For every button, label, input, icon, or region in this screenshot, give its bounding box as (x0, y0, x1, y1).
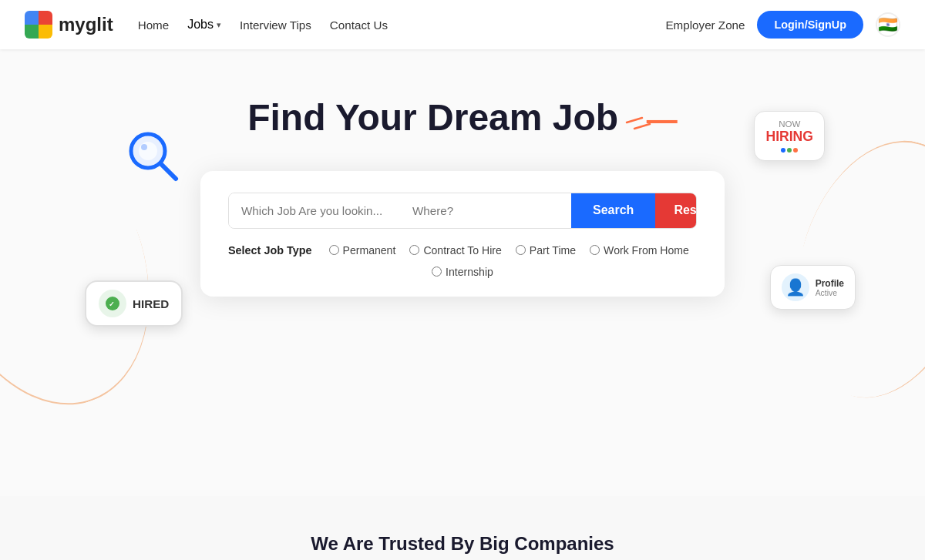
nav-links: Home Jobs ▾ Interview Tips Contact Us (138, 18, 388, 32)
nav-contact-us[interactable]: Contact Us (330, 18, 388, 32)
radio-internship[interactable]: Internship (432, 266, 493, 278)
navbar-left: myglit Home Jobs ▾ Interview Tips Contac… (25, 11, 388, 39)
logo[interactable]: myglit (25, 11, 113, 39)
jobs-caret: ▾ (217, 20, 221, 30)
search-card: Search Reset Select Job Type Permanent C… (200, 171, 725, 297)
job-type-label: Select Job Type (228, 244, 312, 257)
flag-icon[interactable]: 🇮🇳 (876, 12, 900, 37)
svg-point-3 (141, 144, 147, 150)
job-type-second-row: Internship (228, 266, 697, 278)
svg-point-4 (106, 297, 119, 310)
svg-line-7 (634, 124, 650, 129)
job-search-input[interactable] (229, 193, 400, 228)
logo-text: myglit (59, 14, 113, 35)
logo-icon (25, 11, 52, 39)
svg-text:✓: ✓ (109, 300, 115, 308)
radio-wfh[interactable]: Work From Home (590, 244, 689, 257)
job-type-row: Select Job Type Permanent Contract To Hi… (228, 244, 697, 278)
login-signup-button[interactable]: Login/SignUp (757, 11, 863, 39)
nav-home[interactable]: Home (138, 18, 170, 32)
radio-contract[interactable]: Contract To Hire (409, 244, 501, 257)
reset-button[interactable]: Reset (655, 193, 697, 228)
navbar: myglit Home Jobs ▾ Interview Tips Contac… (0, 0, 925, 49)
location-input[interactable] (400, 193, 571, 228)
radio-permanent[interactable]: Permanent (329, 244, 396, 257)
employer-zone-link[interactable]: Employer Zone (665, 18, 745, 32)
search-button[interactable]: Search (571, 193, 655, 228)
float-person-card: 👤 Profile Active (770, 265, 856, 310)
hero-title-area: Find Your Dream Job — (247, 96, 678, 140)
float-search-icon (123, 126, 185, 191)
hero-title: Find Your Dream Job — (247, 96, 678, 140)
nav-jobs[interactable]: Jobs ▾ (187, 18, 221, 32)
svg-point-0 (131, 134, 165, 168)
svg-point-2 (139, 142, 157, 160)
hero-section: ✓ HIRED NOW HIRING 👤 Profile Active (0, 49, 925, 496)
trusted-section: We Are Trusted By Big Companies ‹ aloric… (0, 496, 925, 560)
float-hired-badge: ✓ HIRED (85, 280, 183, 327)
svg-line-6 (627, 118, 642, 122)
navbar-right: Employer Zone Login/SignUp 🇮🇳 (665, 11, 900, 39)
svg-line-1 (161, 164, 176, 179)
float-hiring-badge: NOW HIRING (754, 111, 825, 161)
deco-curve-right (769, 121, 925, 417)
search-row: Search Reset (228, 193, 697, 229)
nav-interview-tips[interactable]: Interview Tips (240, 18, 311, 32)
deco-curve-left (0, 91, 187, 434)
trusted-title: We Are Trusted By Big Companies (0, 533, 925, 555)
radio-parttime[interactable]: Part Time (516, 244, 576, 257)
